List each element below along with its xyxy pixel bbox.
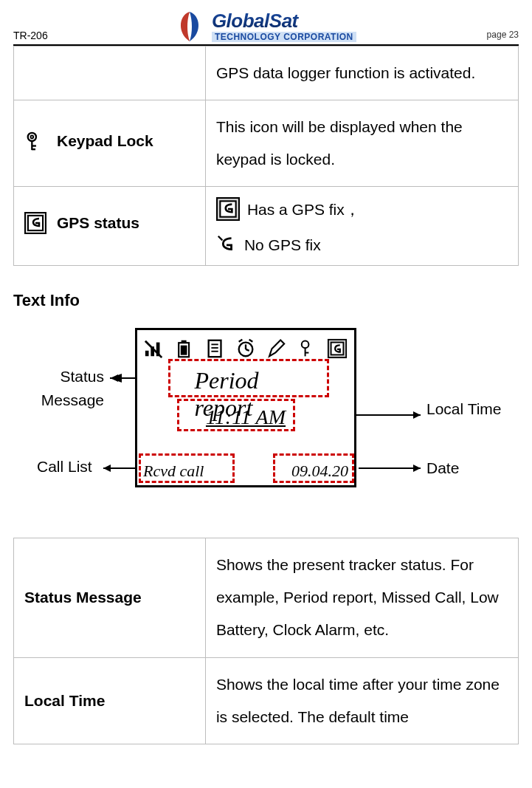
icon-cell-keypad-lock: Keypad Lock [14, 100, 206, 187]
svg-marker-19 [413, 465, 421, 472]
desc-status-message: Shows the present tracker status. For ex… [205, 538, 518, 657]
svg-rect-25 [182, 340, 187, 343]
gps-no-fix-text: No GPS fix [244, 236, 321, 254]
gps-icon [326, 338, 348, 360]
description-cell: This icon will be displayed when the key… [205, 100, 518, 187]
svg-rect-26 [181, 346, 187, 355]
icon-cell-gps-status: GPS status [14, 187, 206, 266]
battery-icon [173, 338, 196, 360]
highlight-local-time [177, 399, 295, 431]
alarm-icon [235, 338, 257, 360]
svg-point-0 [28, 132, 36, 140]
icon-description-table: GPS data logger function is activated. K… [13, 46, 519, 266]
highlight-date [273, 453, 354, 483]
text-info-table: Status Message Shows the present tracker… [13, 538, 519, 744]
svg-point-1 [30, 135, 33, 138]
svg-marker-17 [413, 411, 421, 419]
svg-marker-15 [103, 465, 111, 472]
keypad-lock-label: Keypad Lock [57, 125, 153, 157]
brand-logo: GlobalSat TECHNOLOGY CORPORATION [173, 10, 356, 43]
table-row: Local Time Shows the local time after yo… [14, 657, 519, 744]
highlight-status-message [168, 359, 329, 397]
brand-name: GlobalSat [212, 11, 356, 30]
description-cell: Has a GPS fix， No GPS fix [205, 187, 518, 266]
svg-marker-36 [269, 340, 284, 357]
svg-line-34 [239, 340, 243, 342]
key-icon [24, 130, 46, 152]
page-container: TR-206 GlobalSat TECHNOLOGY CORPORATION … [0, 0, 532, 744]
desc-local-time: Shows the local time after your time zon… [205, 657, 518, 744]
label-status-message: Status Message [14, 538, 206, 657]
datalog-icon [204, 338, 227, 360]
brand-tagline: TECHNOLOGY CORPORATION [212, 32, 356, 42]
svg-point-37 [301, 341, 308, 349]
key-icon [296, 338, 318, 360]
gps-fix-text: Has a GPS fix， [247, 200, 360, 219]
gps-status-label: GPS status [57, 207, 139, 239]
table-row: Keypad Lock This icon will be displayed … [14, 100, 519, 187]
document-id: TR-206 [13, 30, 48, 43]
page-number: page 23 [482, 30, 519, 43]
svg-line-33 [246, 349, 249, 351]
table-row: Status Message Shows the present tracker… [14, 538, 519, 657]
gps-no-fix-icon [216, 234, 237, 255]
pencil-icon [265, 338, 287, 360]
globalsat-logo-icon [173, 10, 206, 43]
svg-rect-20 [145, 351, 149, 356]
signal-icon [143, 338, 165, 360]
svg-marker-13 [111, 374, 118, 382]
text-info-diagram: Status Message Call List Local Time Date [13, 323, 519, 530]
section-title-text-info: Text Info [13, 291, 519, 310]
icon-cell-empty [14, 47, 206, 100]
svg-line-9 [218, 236, 223, 241]
svg-line-35 [249, 340, 253, 342]
table-row: GPS status Has a GPS fix， [14, 187, 519, 266]
table-row: GPS data logger function is activated. [14, 47, 519, 100]
page-header: TR-206 GlobalSat TECHNOLOGY CORPORATION … [13, 10, 519, 46]
gps-fix-boxed-icon [24, 212, 46, 234]
description-cell: GPS data logger function is activated. [205, 47, 518, 100]
label-local-time: Local Time [14, 657, 206, 744]
gps-fix-icon [216, 197, 240, 221]
highlight-call-list [139, 453, 235, 483]
